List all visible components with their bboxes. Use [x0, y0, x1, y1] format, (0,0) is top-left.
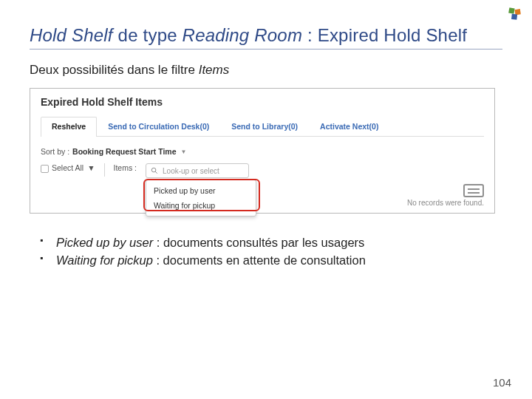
chevron-down-icon[interactable]: ▼	[180, 149, 187, 155]
bullet-1-term: Picked up by user	[56, 236, 157, 249]
title-seg3: Reading Room	[183, 25, 303, 45]
svg-rect-2	[511, 14, 517, 20]
sort-row: Sort by : Booking Request Start Time ▼	[41, 147, 484, 156]
chevron-down-icon[interactable]: ▼	[87, 163, 95, 172]
title-seg4: : Expired Hold Shelf	[302, 25, 467, 45]
action-tabs: Reshelve Send to Circulation Desk(0) Sen…	[41, 117, 484, 137]
items-filter-input[interactable]: Look-up or select	[146, 163, 249, 178]
title-rule	[30, 49, 502, 50]
explanation-list: Picked up by user : documents consultés …	[30, 234, 502, 270]
select-all-wrap[interactable]: Select All ▼	[41, 163, 95, 173]
select-all-checkbox[interactable]	[41, 165, 49, 173]
bullet-2: Waiting for pickup : documents en attent…	[46, 252, 502, 270]
svg-rect-0	[508, 7, 514, 13]
option-picked-up[interactable]: Picked up by user	[146, 183, 256, 198]
bullet-2-desc: : documents en attente de consultation	[156, 253, 365, 267]
svg-line-4	[155, 171, 157, 174]
items-filter-combo[interactable]: Look-up or select Picked up by user Wait…	[146, 163, 249, 178]
bullet-1-desc: : documents consultés par les usagers	[157, 236, 365, 249]
slide-title: Hold Shelf de type Reading Room : Expire…	[30, 25, 502, 46]
svg-rect-1	[515, 9, 521, 15]
tab-activate-next[interactable]: Activate Next(0)	[309, 117, 389, 136]
subtitle-italic: Items	[199, 63, 230, 77]
tab-reshelve[interactable]: Reshelve	[41, 117, 97, 137]
brand-logo-icon	[507, 6, 523, 22]
option-waiting-pickup[interactable]: Waiting for pickup	[146, 198, 256, 213]
slide-subtitle: Deux possibilités dans le filtre Items	[30, 63, 502, 78]
select-all-label: Select All	[52, 163, 83, 172]
empty-state: No records were found.	[407, 184, 484, 207]
panel-heading: Expired Hold Shelf Items	[41, 96, 484, 108]
svg-point-3	[151, 168, 156, 172]
sort-value[interactable]: Booking Request Start Time	[72, 147, 176, 156]
filter-row: Select All ▼ Items : Look-up or select P…	[41, 163, 484, 178]
sort-label: Sort by :	[41, 147, 69, 156]
empty-message: No records were found.	[407, 199, 484, 207]
items-label: Items :	[114, 163, 137, 172]
bullet-1: Picked up by user : documents consultés …	[46, 234, 502, 252]
tab-send-circulation[interactable]: Send to Circulation Desk(0)	[97, 117, 220, 136]
divider	[104, 163, 105, 177]
subtitle-text: Deux possibilités dans le filtre	[30, 63, 199, 77]
items-filter-placeholder: Look-up or select	[163, 167, 219, 175]
list-icon	[407, 184, 484, 197]
app-screenshot: Expired Hold Shelf Items Reshelve Send t…	[30, 88, 495, 214]
tab-send-library[interactable]: Send to Library(0)	[220, 117, 309, 136]
items-filter-dropdown: Picked up by user Waiting for pickup	[146, 180, 256, 216]
bullet-2-term: Waiting for pickup	[56, 253, 156, 267]
title-seg1: Hold Shelf	[30, 25, 113, 45]
title-seg2: de type	[113, 25, 183, 45]
page-number: 104	[493, 376, 511, 389]
search-icon	[151, 167, 158, 174]
